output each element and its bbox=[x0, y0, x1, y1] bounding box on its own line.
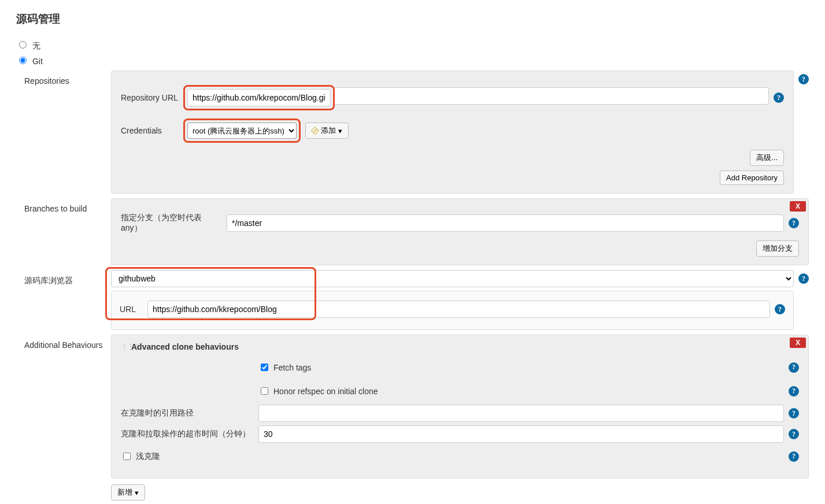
delete-branch-button[interactable]: X bbox=[790, 201, 806, 212]
help-icon[interactable]: ? bbox=[775, 304, 785, 314]
branch-spec-input[interactable] bbox=[227, 214, 784, 232]
timeout-label: 克隆和拉取操作的超市时间（分钟） bbox=[121, 429, 254, 439]
branches-panel: X 指定分支（为空时代表any） ? 增加分支 bbox=[111, 198, 809, 265]
source-browser-select[interactable]: githubweb bbox=[111, 270, 794, 287]
help-icon[interactable]: ? bbox=[789, 362, 799, 373]
scm-none-radio[interactable] bbox=[19, 41, 27, 49]
repo-url-input-ext[interactable] bbox=[332, 87, 769, 105]
add-branch-button[interactable]: 增加分支 bbox=[756, 240, 799, 257]
caret-down-icon: ▾ bbox=[338, 127, 342, 135]
scm-option-git[interactable]: Git bbox=[16, 57, 43, 66]
scm-git-label: Git bbox=[32, 57, 43, 66]
repository-panel: Repository URL ? Credentials root (腾讯云服务… bbox=[111, 71, 794, 194]
help-icon[interactable]: ? bbox=[789, 429, 799, 439]
branch-spec-label: 指定分支（为空时代表any） bbox=[121, 213, 222, 234]
help-icon[interactable]: ? bbox=[798, 273, 809, 284]
add-behaviour-label: 新增 bbox=[117, 487, 132, 498]
add-credentials-button[interactable]: ⚿ 添加 ▾ bbox=[305, 123, 349, 139]
source-browser-label: 源码库浏览器 bbox=[24, 270, 111, 286]
add-credentials-label: 添加 bbox=[321, 125, 336, 136]
credentials-label: Credentials bbox=[121, 126, 179, 135]
honor-refspec-checkbox[interactable] bbox=[261, 387, 268, 395]
caret-down-icon: ▾ bbox=[135, 488, 139, 497]
scm-option-git-row: Git bbox=[16, 55, 809, 66]
browser-url-label: URL bbox=[120, 305, 143, 314]
help-icon[interactable]: ? bbox=[774, 92, 784, 103]
scm-option-none[interactable]: 无 bbox=[16, 41, 40, 50]
fetch-tags-label: Fetch tags bbox=[273, 363, 311, 372]
repo-url-input[interactable] bbox=[187, 89, 331, 106]
ref-path-input[interactable] bbox=[258, 405, 784, 422]
fetch-tags-checkbox[interactable] bbox=[261, 364, 268, 371]
help-icon[interactable]: ? bbox=[789, 218, 799, 228]
help-icon[interactable]: ? bbox=[789, 451, 799, 462]
repositories-label: Repositories bbox=[24, 71, 111, 86]
branches-label: Branches to build bbox=[24, 198, 111, 213]
add-repository-button[interactable]: Add Repository bbox=[720, 171, 784, 185]
additional-behaviours-label: Additional Behaviours bbox=[24, 335, 111, 350]
browser-url-input[interactable] bbox=[147, 301, 770, 318]
additional-panel: X ⋮⋮⋮ Advanced clone behaviours Fetch ta… bbox=[111, 335, 809, 479]
shallow-clone-checkbox[interactable] bbox=[123, 453, 131, 460]
help-icon[interactable]: ? bbox=[798, 74, 809, 84]
help-icon[interactable]: ? bbox=[789, 408, 799, 418]
add-behaviour-button[interactable]: 新增 ▾ bbox=[111, 484, 145, 501]
credentials-select[interactable]: root (腾讯云服务器上的ssh) bbox=[187, 123, 297, 139]
key-icon: ⚿ bbox=[310, 125, 320, 136]
scm-none-label: 无 bbox=[32, 41, 40, 50]
shallow-clone-label: 浅克隆 bbox=[136, 451, 160, 462]
delete-behaviour-button[interactable]: X bbox=[790, 338, 806, 348]
advanced-button[interactable]: 高级... bbox=[750, 150, 784, 166]
drag-handle-icon[interactable]: ⋮⋮⋮ bbox=[121, 343, 128, 351]
honor-refspec-label: Honor refspec on initial clone bbox=[273, 387, 378, 396]
timeout-input[interactable] bbox=[258, 425, 784, 443]
scm-option-none-row: 无 bbox=[16, 39, 809, 51]
repo-url-label: Repository URL bbox=[121, 93, 179, 102]
section-title: 源码管理 bbox=[16, 12, 809, 27]
scm-git-radio[interactable] bbox=[19, 57, 27, 64]
help-icon[interactable]: ? bbox=[789, 386, 799, 396]
advanced-clone-title: Advanced clone behaviours bbox=[131, 342, 239, 351]
ref-path-label: 在克隆时的引用路径 bbox=[121, 408, 254, 418]
